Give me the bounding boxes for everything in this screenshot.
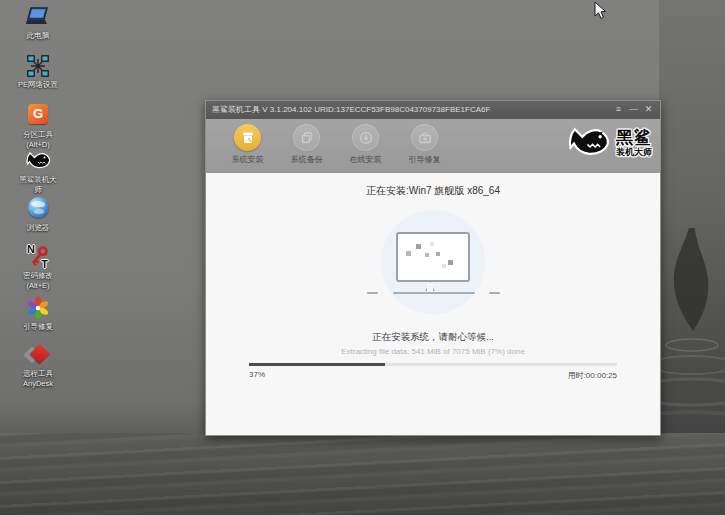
toolbar-button-system-backup[interactable]: 系统备份 — [277, 124, 336, 165]
mouse-cursor — [594, 1, 607, 25]
toolbar-button-online-install[interactable]: 在线安装 — [336, 124, 395, 165]
icon-label-line2: 师 — [4, 185, 72, 195]
toolbar: 系统安装 系统备份 在线安装 — [206, 119, 660, 173]
toolbar-label: 系统安装 — [218, 154, 277, 165]
system-backup-icon — [293, 124, 320, 151]
diskgenius-icon: G — [26, 104, 50, 128]
desktop-icon-anydesk[interactable]: 远程工具 AnyDesk — [4, 343, 72, 389]
installer-window: 黑鲨装机工具 V 3.1.204.102 URID:137ECCF53FB98C… — [205, 100, 661, 436]
progress-fill — [249, 363, 385, 366]
boot-repair-icon — [411, 124, 438, 151]
icon-label: 黑鲨装机大 — [4, 175, 72, 185]
nt-password-key-icon: N T — [26, 245, 50, 269]
window-title: 黑鲨装机工具 V 3.1.204.102 URID:137ECCF53FB98C… — [212, 105, 490, 114]
elapsed-time: 用时:00:00:25 — [568, 370, 617, 381]
desktop-icon-partition-tool[interactable]: G 分区工具 (Alt+D) — [4, 102, 72, 150]
desktop-icon-this-pc[interactable]: 此电脑 — [4, 5, 72, 41]
icon-label: 引导修复 — [4, 322, 72, 332]
icon-label: 密码修改 — [4, 271, 72, 281]
system-install-icon — [234, 124, 261, 151]
progress-bar — [249, 363, 617, 366]
icon-label: 远程工具 — [4, 369, 72, 379]
toolbar-label: 在线安装 — [336, 154, 395, 165]
online-install-icon — [352, 124, 379, 151]
minimize-icon[interactable]: — — [626, 101, 641, 119]
desktop-icon-boot-repair[interactable]: 引导修复 — [4, 296, 72, 332]
desktop: 此电脑 PE网络设置 G 分区工具 (Alt+D) — [0, 0, 725, 515]
toolbar-button-system-install[interactable]: 系统安装 — [218, 124, 277, 165]
browser-globe-icon — [26, 197, 50, 221]
install-panel: 正在安装:Win7 旗舰版 x86_64 正在安装系统，请耐心等候... — [206, 173, 660, 434]
extract-detail-text: Extracting file data: 541 MiB of 7075 Mi… — [206, 347, 660, 356]
desktop-icon-password-edit[interactable]: N T 密码修改 (Alt+E) — [4, 245, 72, 291]
brand-logo: 黑鲨 装机大师 — [568, 122, 652, 164]
monitor-graphic — [396, 232, 470, 282]
toolbar-button-boot-repair[interactable]: 引导修复 — [395, 124, 454, 165]
toolbar-label: 引导修复 — [395, 154, 454, 165]
this-pc-icon — [26, 5, 50, 29]
toolbar-label: 系统备份 — [277, 154, 336, 165]
logo-subtitle: 装机大师 — [616, 147, 652, 158]
pinwheel-icon — [26, 296, 50, 320]
icon-label: PE网络设置 — [4, 80, 72, 90]
desktop-icon-browser[interactable]: 浏览器 — [4, 195, 72, 233]
pe-network-icon — [26, 54, 50, 78]
desktop-icon-heisha-installer[interactable]: 黑鲨装机大 师 — [4, 149, 72, 195]
logo-title: 黑鲨 — [616, 128, 652, 147]
close-icon[interactable]: ✕ — [641, 101, 656, 119]
monitor-illustration — [353, 210, 513, 322]
window-titlebar[interactable]: 黑鲨装机工具 V 3.1.204.102 URID:137ECCF53FB98C… — [206, 101, 660, 119]
icon-label-line2: AnyDesk — [4, 379, 72, 389]
installing-title: 正在安装:Win7 旗舰版 x86_64 — [206, 184, 660, 198]
icon-label-line2: (Alt+E) — [4, 281, 72, 291]
anydesk-icon — [26, 343, 50, 367]
wallpaper-water-ripples — [0, 433, 725, 515]
menu-icon[interactable]: ≡ — [611, 101, 626, 119]
shark-icon — [26, 149, 50, 173]
shark-logo-icon — [568, 122, 612, 164]
icon-label: 分区工具 — [4, 130, 72, 140]
desktop-icon-pe-network[interactable]: PE网络设置 — [4, 54, 72, 90]
progress-percent: 37% — [249, 370, 265, 379]
icon-label: 此电脑 — [4, 31, 72, 41]
status-text: 正在安装系统，请耐心等候... — [206, 331, 660, 344]
icon-label: 浏览器 — [4, 223, 72, 233]
